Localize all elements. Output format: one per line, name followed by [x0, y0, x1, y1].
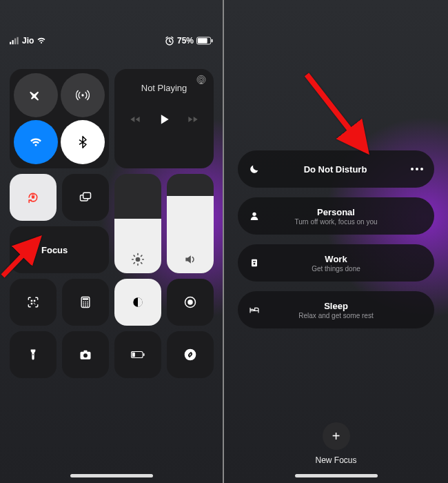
battery-percent: 75% [177, 36, 194, 46]
svg-rect-19 [34, 303, 34, 304]
svg-point-31 [87, 306, 88, 307]
svg-point-30 [85, 306, 86, 307]
screen-record-icon [183, 295, 197, 309]
moon-icon [19, 243, 33, 257]
svg-point-24 [85, 302, 86, 303]
brightness-slider[interactable] [114, 174, 161, 273]
dark-mode-button[interactable] [114, 279, 161, 326]
svg-point-28 [87, 304, 88, 305]
svg-rect-18 [31, 303, 33, 305]
new-focus-label: New Focus [315, 455, 356, 465]
svg-point-47 [254, 263, 256, 265]
focus-mode-label: Do Not Disturb [304, 164, 367, 175]
svg-rect-41 [143, 353, 145, 356]
orientation-lock-icon [26, 190, 40, 204]
focus-mode-label: Work [325, 254, 347, 264]
svg-point-15 [136, 257, 141, 262]
shazam-button[interactable] [167, 331, 214, 378]
svg-point-34 [187, 299, 193, 305]
alarm-icon [165, 36, 174, 46]
svg-rect-22 [83, 298, 88, 300]
focus-mode-work[interactable]: Work Get things done [238, 244, 434, 282]
svg-point-44 [252, 213, 256, 216]
svg-rect-14 [83, 193, 91, 198]
orientation-lock-button[interactable] [10, 174, 57, 221]
wifi-icon [29, 135, 43, 149]
qr-icon [26, 295, 40, 309]
flashlight-icon [26, 348, 40, 362]
focus-mode-label: Personal [317, 207, 355, 217]
svg-rect-20 [34, 304, 35, 304]
volume-icon [183, 253, 197, 266]
svg-rect-38 [84, 351, 88, 353]
svg-rect-0 [10, 42, 11, 45]
svg-point-27 [85, 304, 86, 305]
wifi-button[interactable] [14, 120, 58, 164]
svg-rect-40 [132, 353, 135, 357]
focus-mode-sleep[interactable]: Sleep Relax and get some rest [238, 291, 434, 328]
control-center-grid: Not Playing Focus [10, 69, 213, 378]
home-indicator[interactable] [295, 474, 378, 477]
control-center-screenshot: Jio 75% Not Playing [0, 0, 224, 483]
focus-label: Focus [41, 245, 68, 255]
svg-point-29 [83, 306, 84, 307]
dark-mode-icon [131, 295, 145, 309]
svg-rect-1 [12, 40, 14, 44]
carrier-label: Jio [22, 36, 34, 46]
svg-point-35 [32, 354, 34, 355]
calculator-icon [79, 295, 92, 309]
new-focus-button[interactable]: + New Focus [224, 422, 448, 465]
svg-rect-17 [34, 300, 36, 302]
focus-mode-label: Sleep [324, 301, 348, 311]
low-power-button[interactable] [114, 331, 161, 378]
svg-point-10 [198, 77, 204, 82]
battery-icon [196, 37, 213, 45]
screen-mirror-icon [79, 190, 92, 204]
focus-button[interactable]: Focus [10, 226, 109, 273]
brightness-icon [131, 253, 145, 266]
wifi-status-icon [37, 36, 46, 46]
bluetooth-button[interactable] [61, 120, 105, 164]
focus-mode-personal[interactable]: Personal Turn off work, focus on you [238, 197, 434, 235]
svg-rect-2 [14, 39, 16, 45]
qr-scanner-button[interactable] [10, 279, 57, 326]
cellular-data-button[interactable] [61, 73, 105, 117]
more-options-button[interactable] [411, 168, 423, 170]
focus-mode-do-not-disturb[interactable]: Do Not Disturb [238, 150, 434, 188]
screen-record-button[interactable] [167, 279, 214, 326]
focus-mode-subtitle: Relax and get some rest [298, 312, 373, 319]
bluetooth-icon [76, 135, 90, 149]
shazam-icon [183, 348, 197, 362]
status-bar: Jio 75% [10, 36, 213, 46]
svg-point-9 [200, 78, 203, 81]
person-icon [249, 210, 260, 221]
media-title: Not Playing [141, 83, 187, 93]
home-indicator[interactable] [70, 474, 153, 477]
flashlight-button[interactable] [10, 331, 57, 378]
svg-rect-46 [253, 261, 256, 262]
svg-point-23 [83, 302, 84, 303]
bed-icon [249, 304, 260, 315]
camera-icon [79, 348, 92, 362]
svg-line-48 [307, 75, 366, 150]
previous-track-icon[interactable] [130, 114, 141, 125]
focus-modes-screenshot: Do Not Disturb Personal Turn off work, f… [224, 0, 448, 483]
calculator-button[interactable] [62, 279, 109, 326]
screen-mirror-button[interactable] [62, 174, 109, 221]
plus-icon: + [323, 422, 350, 450]
airplay-icon[interactable] [196, 75, 207, 86]
badge-icon [249, 257, 260, 268]
cellular-icon [76, 88, 90, 102]
svg-rect-6 [198, 38, 207, 43]
svg-rect-16 [31, 300, 33, 302]
next-track-icon[interactable] [187, 114, 198, 125]
airplane-mode-button[interactable] [14, 73, 58, 117]
media-controls[interactable]: Not Playing [114, 69, 214, 168]
play-icon[interactable] [157, 112, 171, 126]
svg-point-26 [83, 304, 84, 305]
status-bar-left: Jio [10, 36, 46, 46]
svg-point-42 [185, 349, 196, 361]
volume-slider[interactable] [167, 174, 214, 273]
low-power-icon [131, 348, 145, 362]
camera-button[interactable] [62, 331, 109, 378]
